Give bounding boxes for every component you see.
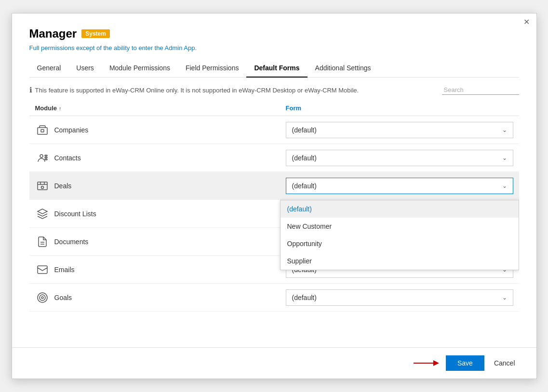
svg-rect-0	[38, 128, 47, 134]
sort-icon[interactable]: ↑	[59, 105, 62, 111]
deals-dropdown-value: (default)	[292, 182, 317, 190]
module-cell-contacts: Contacts	[35, 151, 286, 165]
module-cell-documents: Documents	[35, 235, 286, 249]
dropdown-option-opportunity[interactable]: Opportunity	[281, 235, 519, 252]
module-name-emails: Emails	[54, 266, 75, 274]
table-row: Goals (default) ⌄	[29, 284, 519, 312]
svg-point-14	[41, 297, 43, 299]
arrow-hint	[411, 358, 440, 368]
table-row: Contacts (default) ⌄	[29, 144, 519, 172]
tab-users[interactable]: Users	[68, 59, 102, 78]
svg-rect-4	[45, 155, 47, 156]
info-message: This feature is supported in eWay-CRM On…	[35, 87, 359, 94]
info-icon: ℹ	[29, 86, 32, 94]
companies-icon	[35, 123, 50, 137]
tab-general[interactable]: General	[29, 59, 69, 78]
module-name-documents: Documents	[54, 238, 89, 246]
svg-rect-11	[38, 266, 47, 274]
module-name-goals: Goals	[54, 294, 72, 301]
deals-dropdown-menu: (default) New Customer Opportunity Suppl…	[280, 200, 519, 270]
module-column-header: Module ↑	[35, 105, 286, 112]
svg-point-13	[40, 295, 45, 301]
form-cell-deals: (default) ⌄	[286, 178, 513, 194]
deals-dropdown[interactable]: (default) ⌄	[286, 178, 513, 194]
tabs: General Users Module Permissions Field P…	[29, 59, 519, 78]
table-body: Companies (default) ⌄	[29, 116, 519, 312]
svg-rect-5	[45, 157, 47, 158]
discount-lists-icon	[35, 207, 50, 221]
companies-dropdown[interactable]: (default) ⌄	[286, 122, 513, 138]
table-header: Module ↑ Form	[29, 101, 519, 116]
module-name-companies: Companies	[54, 126, 89, 134]
search-input[interactable]	[442, 85, 519, 95]
tab-default-forms[interactable]: Default Forms	[246, 59, 307, 78]
info-bar: ℹ This feature is supported in eWay-CRM …	[29, 85, 519, 95]
chevron-down-icon: ⌄	[502, 183, 507, 189]
subtitle: Full permissions except of the ability t…	[29, 44, 519, 52]
form-cell-companies: (default) ⌄	[286, 122, 513, 138]
save-button[interactable]: Save	[446, 355, 484, 371]
goals-icon	[35, 290, 50, 305]
module-name-contacts: Contacts	[54, 154, 81, 162]
info-text: ℹ This feature is supported in eWay-CRM …	[29, 86, 359, 94]
table-row-deals: Deals (default) ⌄	[29, 172, 519, 200]
module-cell-companies: Companies	[35, 123, 286, 137]
dropdown-option-new-customer[interactable]: New Customer	[281, 218, 519, 235]
form-column-header: Form	[286, 105, 513, 112]
tab-additional-settings[interactable]: Additional Settings	[307, 59, 379, 78]
dropdown-option-default[interactable]: (default)	[281, 200, 519, 218]
cancel-button[interactable]: Cancel	[490, 355, 519, 371]
footer: Save Cancel	[12, 347, 536, 379]
svg-point-8	[41, 186, 43, 188]
title-row: Manager System	[29, 27, 519, 40]
chevron-down-icon: ⌄	[502, 155, 507, 161]
module-name-discount-lists: Discount Lists	[54, 210, 96, 218]
emails-icon	[35, 262, 50, 277]
contacts-icon	[35, 151, 50, 165]
form-cell-contacts: (default) ⌄	[286, 150, 513, 166]
contacts-dropdown-value: (default)	[292, 154, 317, 162]
tab-field-permissions[interactable]: Field Permissions	[178, 59, 246, 78]
table-row: Companies (default) ⌄	[29, 116, 519, 144]
module-cell-deals: Deals	[35, 179, 286, 193]
goals-dropdown[interactable]: (default) ⌄	[286, 289, 513, 306]
contacts-dropdown[interactable]: (default) ⌄	[286, 150, 513, 166]
deals-icon	[35, 179, 50, 193]
content: ℹ This feature is supported in eWay-CRM …	[12, 78, 536, 347]
table-container: Module ↑ Form	[29, 101, 519, 340]
module-cell-discount-lists: Discount Lists	[35, 207, 286, 221]
goals-dropdown-value: (default)	[292, 294, 317, 301]
dialog: ✕ Manager System Full permissions except…	[12, 13, 537, 379]
chevron-down-icon: ⌄	[502, 127, 507, 133]
header: Manager System Full permissions except o…	[12, 13, 536, 78]
module-cell-emails: Emails	[35, 262, 286, 277]
arrow-icon	[411, 358, 440, 368]
svg-point-12	[38, 293, 47, 302]
system-badge: System	[81, 29, 110, 38]
module-cell-goals: Goals	[35, 290, 286, 305]
tab-module-permissions[interactable]: Module Permissions	[102, 59, 178, 78]
module-name-deals: Deals	[54, 182, 72, 190]
companies-dropdown-value: (default)	[292, 126, 317, 134]
chevron-down-icon: ⌄	[502, 294, 507, 301]
documents-icon	[35, 235, 50, 249]
svg-rect-2	[41, 130, 44, 132]
close-button[interactable]: ✕	[523, 18, 530, 26]
form-cell-goals: (default) ⌄	[286, 289, 513, 306]
dropdown-option-supplier[interactable]: Supplier	[281, 252, 519, 270]
svg-rect-6	[45, 159, 47, 160]
page-title: Manager	[29, 27, 77, 40]
svg-point-3	[40, 155, 43, 157]
